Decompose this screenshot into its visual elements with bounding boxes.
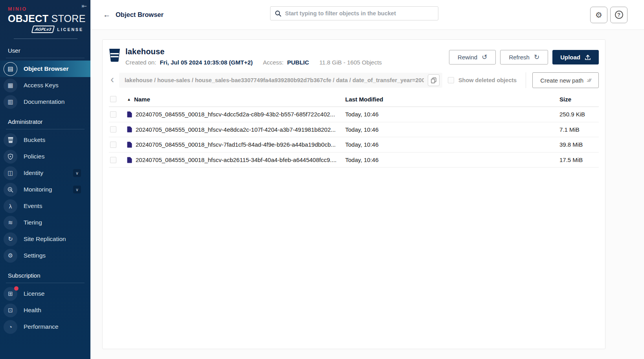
table-row[interactable]: 20240705_084555_00018_hfscv-4dcc5d2a-c8b…: [109, 107, 599, 122]
select-all-checkbox[interactable]: [110, 96, 116, 102]
sidebar-item-label: Monitoring: [24, 186, 52, 193]
copy-icon: [431, 77, 436, 83]
product-primary: OBJECT: [8, 13, 48, 24]
sidebar-item-tiering[interactable]: ≋ Tiering: [0, 214, 90, 231]
object-size: 17.5 MiB: [559, 156, 599, 163]
sidebar-item-label: Performance: [24, 323, 59, 330]
show-deleted-checkbox[interactable]: [448, 77, 454, 83]
rewind-button[interactable]: Rewind ↺: [449, 50, 496, 64]
bucket-icon: [109, 48, 120, 62]
sidebar-item-label: Identity: [24, 169, 43, 177]
chevron-down-icon[interactable]: ∨: [73, 169, 81, 177]
section-title-administrator: Administrator: [0, 110, 90, 129]
sidebar-item-label: Buckets: [24, 136, 45, 144]
collapse-sidebar-icon[interactable]: ⇤: [82, 2, 87, 10]
col-header-last-modified[interactable]: Last Modified: [345, 96, 559, 103]
created-label: Created on:: [125, 59, 156, 66]
page-header[interactable]: ← Object Browser: [103, 11, 164, 19]
site-replication-icon: ↻: [4, 232, 17, 246]
brand-text: MINIO: [8, 6, 83, 12]
chevron-down-icon[interactable]: ∨: [73, 186, 81, 193]
sidebar-item-settings[interactable]: ⚙ Settings: [0, 247, 90, 264]
section-divider: [6, 129, 85, 129]
upload-button[interactable]: Upload: [552, 50, 599, 64]
breadcrumb[interactable]: lakehouse / house-sales / house_sales-ba…: [125, 77, 424, 83]
sidebar-item-site-replication[interactable]: ↻ Site Replication: [0, 231, 90, 247]
path-icon: ://: [587, 78, 591, 83]
product-secondary: STORE: [51, 13, 85, 24]
object-name[interactable]: 20240705_084555_00018_hfscv-4dcc5d2a-c8b…: [136, 111, 335, 118]
back-arrow-icon[interactable]: ←: [103, 11, 110, 19]
upload-icon: [585, 54, 591, 61]
filter-objects-search[interactable]: [270, 6, 438, 20]
divider: [526, 72, 526, 88]
sidebar-item-performance[interactable]: ◔ Performance: [0, 318, 90, 335]
object-modified: Today, 10:46: [345, 126, 559, 133]
sidebar: ⇤ MINIO OBJECT STORE AGPLv3 LICENSE User…: [0, 0, 90, 359]
help-button[interactable]: ?: [610, 7, 627, 23]
col-header-size[interactable]: Size: [559, 96, 599, 103]
settings-icon: ⚙: [4, 249, 17, 263]
row-checkbox[interactable]: [110, 111, 116, 118]
create-new-path-button[interactable]: Create new path ://: [532, 72, 599, 88]
sidebar-item-policies[interactable]: Policies: [0, 148, 90, 165]
object-modified: Today, 10:46: [345, 111, 559, 118]
sidebar-item-label: Settings: [24, 252, 46, 259]
row-checkbox[interactable]: [110, 142, 116, 148]
row-checkbox[interactable]: [110, 126, 116, 133]
gear-icon: ⚙: [595, 10, 602, 20]
sidebar-item-identity[interactable]: ◫ Identity ∨: [0, 165, 90, 181]
sidebar-item-documentation[interactable]: ▥ Documentation: [0, 94, 90, 110]
object-name[interactable]: 20240705_084555_00018_hfscv-acb26115-34b…: [136, 156, 337, 163]
created-value: Fri, Jul 05 2024 10:35:08 (GMT+2): [160, 59, 252, 66]
monitoring-icon: [4, 183, 17, 197]
access-label: Access:: [263, 59, 284, 66]
refresh-icon: ↻: [534, 53, 539, 61]
object-name[interactable]: 20240705_084555_00018_hfscv-4e8dca2c-107…: [136, 126, 336, 133]
table-row[interactable]: 20240705_084555_00018_hfscv-7fad1cf5-84a…: [109, 137, 599, 153]
sidebar-item-label: Tiering: [24, 219, 42, 226]
refresh-button[interactable]: Refresh ↻: [500, 50, 548, 64]
health-icon: ⊡: [4, 304, 17, 317]
object-size: 7.1 MiB: [559, 126, 599, 133]
object-name[interactable]: 20240705_084555_00018_hfscv-7fad1cf5-84a…: [136, 141, 336, 148]
sidebar-item-license[interactable]: ⊞ License: [0, 285, 90, 302]
search-icon: [275, 10, 282, 17]
upload-label: Upload: [560, 54, 580, 61]
sidebar-item-object-browser[interactable]: ▤ Object Browser: [0, 61, 90, 77]
buckets-icon: [4, 133, 17, 147]
identity-icon: ◫: [4, 166, 17, 180]
sidebar-item-label: Health: [24, 307, 41, 314]
sidebar-item-access-keys[interactable]: ▦ Access Keys: [0, 77, 90, 94]
console-settings-button[interactable]: ⚙: [590, 7, 607, 23]
file-icon: [127, 157, 132, 163]
sidebar-item-events[interactable]: λ Events: [0, 198, 90, 214]
rewind-icon: ↺: [482, 53, 487, 61]
section-title-subscription: Subscription: [0, 264, 90, 283]
col-header-name[interactable]: Name: [134, 96, 150, 103]
path-back-icon[interactable]: ‹: [109, 75, 115, 85]
agpl-badge: AGPLv3: [31, 26, 55, 33]
main-area: ← Object Browser ⚙ ? lakehouse Created o…: [90, 0, 644, 359]
events-icon: λ: [4, 199, 17, 213]
section-divider: [6, 58, 85, 58]
object-size: 250.9 KiB: [559, 111, 599, 118]
object-modified: Today, 10:46: [345, 141, 559, 148]
table-row[interactable]: 20240705_084555_00018_hfscv-acb26115-34b…: [109, 153, 599, 168]
sidebar-item-monitoring[interactable]: Monitoring ∨: [0, 181, 90, 198]
file-icon: [127, 126, 132, 133]
license-icon: ⊞: [4, 287, 17, 301]
license-label: LICENSE: [57, 27, 83, 32]
table-row[interactable]: 20240705_084555_00018_hfscv-4e8dca2c-107…: [109, 122, 599, 138]
sidebar-item-health[interactable]: ⊡ Health: [0, 302, 90, 318]
copy-path-button[interactable]: [428, 74, 440, 86]
sort-asc-icon[interactable]: ▲: [127, 97, 131, 101]
access-value[interactable]: PUBLIC: [287, 59, 309, 66]
bucket-browser-card: lakehouse Created on: Fri, Jul 05 2024 1…: [102, 39, 605, 349]
row-checkbox[interactable]: [110, 157, 116, 163]
search-input[interactable]: [285, 10, 434, 17]
sidebar-item-buckets[interactable]: Buckets: [0, 132, 90, 148]
breadcrumb-bar: lakehouse / house-sales / house_sales-ba…: [119, 73, 442, 88]
page-title: Object Browser: [116, 11, 164, 18]
show-deleted-toggle[interactable]: Show deleted objects: [447, 77, 521, 83]
